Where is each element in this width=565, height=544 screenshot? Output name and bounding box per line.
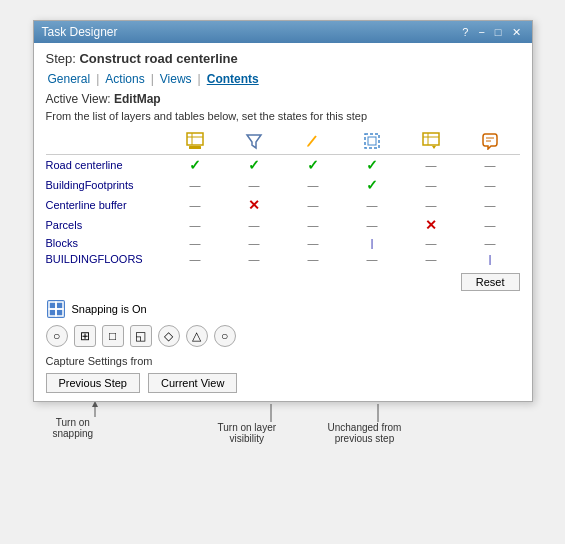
cell-val[interactable]: — (343, 215, 402, 235)
cell-val[interactable]: — (166, 195, 225, 215)
tab-views[interactable]: Views (158, 72, 194, 86)
cell-val[interactable]: — (225, 235, 284, 251)
cell-val[interactable]: — (402, 235, 461, 251)
active-view-value: EditMap (114, 92, 161, 106)
annotation-unchanged: Unchanged from previous step (328, 422, 402, 444)
cell-val[interactable]: — (461, 175, 520, 195)
cell-val[interactable]: — (225, 215, 284, 235)
table-row: Blocks — — — | — — (46, 235, 520, 251)
annotation-visibility: Turn on layer visibility (218, 422, 277, 444)
col-header-4[interactable] (343, 130, 402, 155)
snap-tool-square[interactable]: □ (102, 325, 124, 347)
cell-val[interactable]: ✓ (284, 155, 343, 176)
snapping-label: Snapping is On (72, 303, 147, 315)
sep2: | (147, 72, 158, 86)
sep1: | (92, 72, 103, 86)
col-header-5[interactable] (402, 130, 461, 155)
title-bar: Task Designer ? − □ ✕ (34, 21, 532, 43)
col-header-1[interactable] (166, 130, 225, 155)
window-title: Task Designer (42, 25, 118, 39)
tab-actions[interactable]: Actions (103, 72, 146, 86)
capture-buttons: Previous Step Current View (46, 373, 520, 393)
svg-rect-8 (368, 137, 376, 145)
snapping-icon (46, 299, 66, 319)
active-view-label: Active View: (46, 92, 111, 106)
cell-val[interactable]: — (461, 155, 520, 176)
cell-val[interactable]: — (166, 215, 225, 235)
svg-rect-9 (423, 133, 439, 145)
cell-val[interactable]: ✓ (343, 155, 402, 176)
cell-val[interactable]: — (284, 235, 343, 251)
minimize-button[interactable]: − (475, 26, 487, 38)
snap-tool-corner[interactable]: ◱ (130, 325, 152, 347)
snap-tool-diamond[interactable]: ◇ (158, 325, 180, 347)
cell-val[interactable]: — (343, 251, 402, 267)
svg-line-5 (308, 136, 316, 146)
snap-tool-triangle[interactable]: △ (186, 325, 208, 347)
current-view-button[interactable]: Current View (148, 373, 237, 393)
cell-val[interactable]: — (402, 155, 461, 176)
reset-area: Reset (46, 273, 520, 291)
step-label: Step: (46, 51, 76, 66)
cell-val[interactable]: ✕ (402, 215, 461, 235)
cell-val[interactable]: — (461, 235, 520, 251)
cell-val[interactable]: | (461, 251, 520, 267)
cell-val[interactable]: — (461, 195, 520, 215)
cell-val[interactable]: — (402, 175, 461, 195)
cell-val[interactable]: ✓ (343, 175, 402, 195)
col-header-6[interactable] (461, 130, 520, 155)
nav-tabs: General | Actions | Views | Contents (46, 72, 520, 86)
col-header-2[interactable] (225, 130, 284, 155)
svg-rect-7 (365, 134, 379, 148)
layers-table-container: Road centerline ✓ ✓ ✓ ✓ — — BuildingFoot… (46, 130, 520, 267)
cell-val[interactable]: ✓ (225, 155, 284, 176)
layer-name: Centerline buffer (46, 195, 166, 215)
sep3: | (194, 72, 205, 86)
svg-marker-12 (432, 146, 436, 149)
cell-val[interactable]: — (225, 175, 284, 195)
cell-val[interactable]: — (284, 195, 343, 215)
annotations-svg (33, 402, 533, 502)
layer-name: BuildingFootprints (46, 175, 166, 195)
cell-val[interactable]: — (343, 195, 402, 215)
layers-table: Road centerline ✓ ✓ ✓ ✓ — — BuildingFoot… (46, 130, 520, 267)
cell-val[interactable]: — (284, 215, 343, 235)
cell-val[interactable]: | (343, 235, 402, 251)
reset-button[interactable]: Reset (461, 273, 520, 291)
cell-val[interactable]: — (461, 215, 520, 235)
cell-val[interactable]: — (402, 251, 461, 267)
step-value: Construct road centerline (79, 51, 237, 66)
layer-name: Parcels (46, 215, 166, 235)
svg-rect-3 (189, 146, 201, 149)
description: From the list of layers and tables below… (46, 110, 520, 122)
tab-contents[interactable]: Contents (205, 72, 261, 86)
cell-val[interactable]: — (166, 175, 225, 195)
cell-val[interactable]: — (225, 251, 284, 267)
cell-val[interactable]: ✕ (225, 195, 284, 215)
active-view-line: Active View: EditMap (46, 92, 520, 106)
table-row: Road centerline ✓ ✓ ✓ ✓ — — (46, 155, 520, 176)
cell-val[interactable]: ✓ (166, 155, 225, 176)
close-button[interactable]: ✕ (509, 26, 524, 39)
annotations-area: Turn on snapping Turn on layer visibilit… (33, 402, 533, 502)
snap-tool-circle2[interactable]: ○ (214, 325, 236, 347)
cell-val[interactable]: — (284, 175, 343, 195)
cell-val[interactable]: — (166, 251, 225, 267)
snap-tool-circle[interactable]: ○ (46, 325, 68, 347)
table-row: BuildingFootprints — — — ✓ — — (46, 175, 520, 195)
table-row: Centerline buffer — ✕ — — — — (46, 195, 520, 215)
col-header-3[interactable] (284, 130, 343, 155)
layer-name: Road centerline (46, 155, 166, 176)
snap-tool-grid[interactable]: ⊞ (74, 325, 96, 347)
task-designer-window: Task Designer ? − □ ✕ Step: Construct ro… (33, 20, 533, 402)
maximize-button[interactable]: □ (492, 26, 505, 38)
snap-tools: ○ ⊞ □ ◱ ◇ △ ○ (46, 325, 520, 347)
svg-marker-4 (247, 135, 261, 148)
help-button[interactable]: ? (459, 26, 471, 38)
tab-general[interactable]: General (46, 72, 93, 86)
cell-val[interactable]: — (284, 251, 343, 267)
cell-val[interactable]: — (166, 235, 225, 251)
capture-label: Capture Settings from (46, 355, 520, 367)
previous-step-button[interactable]: Previous Step (46, 373, 140, 393)
cell-val[interactable]: — (402, 195, 461, 215)
